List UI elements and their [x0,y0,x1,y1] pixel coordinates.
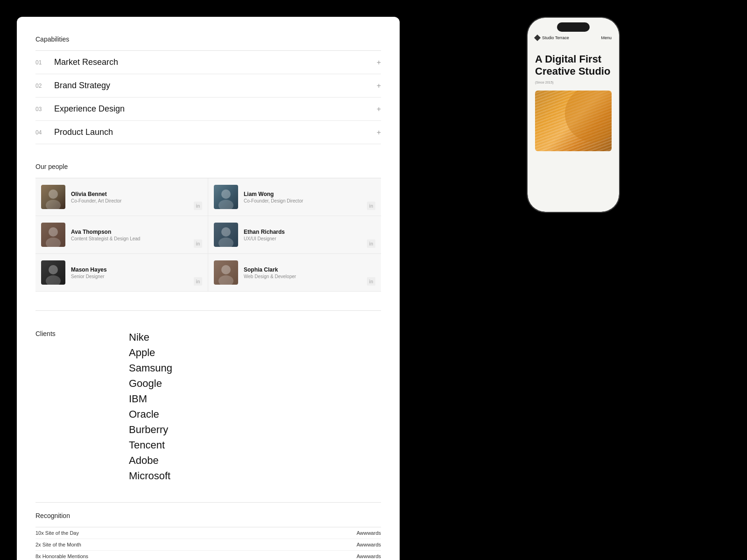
phone-notch [557,22,590,32]
linkedin-icon[interactable]: in [367,202,375,210]
clients-title: Clients [35,330,56,337]
phone-screen: Studio Terrace Menu A Digital First Crea… [528,18,619,212]
linkedin-icon[interactable]: in [194,202,202,210]
client-name[interactable]: Tencent [129,437,381,453]
person-name: Mason Hayes [71,266,202,273]
capabilities-list: 01 Market Research + 02 Brand Strategy +… [35,51,381,144]
recognition-row: 10x Site of the Day Awwwards [35,527,381,539]
phone-hero-image [535,91,612,151]
svg-point-6 [221,227,231,237]
person-info: Mason Hayes Senior Designer [71,266,202,279]
person-role: UX/UI Designer [244,236,375,241]
person-avatar [41,260,65,285]
person-info: Liam Wong Co-Founder, Design Director [244,191,375,203]
person-name: Liam Wong [244,191,375,197]
client-name[interactable]: Apple [129,345,381,360]
capabilities-header: Capabilities [35,35,381,51]
clients-section: Clients NikeAppleSamsungGoogleIBMOracleB… [35,310,381,483]
linkedin-icon[interactable]: in [194,277,202,286]
recognition-label: 2x Site of the Month [35,542,81,547]
recognition-section: Recognition 10x Site of the Day Awwwards… [35,502,381,560]
left-panel: Capabilities 01 Market Research + 02 Bra… [17,17,400,560]
expand-icon[interactable]: + [377,58,381,67]
person-name: Sophia Clark [244,266,375,273]
person-name: Olivia Bennet [71,191,202,197]
phone-content: A Digital First Creative Studio (Since 2… [528,44,619,212]
expand-icon[interactable]: + [377,82,381,90]
recognition-table: 10x Site of the Day Awwwards 2x Site of … [35,527,381,560]
capability-name: Experience Design [54,104,377,114]
phone-mockup: Studio Terrace Menu A Digital First Crea… [527,17,620,213]
phone-logo-text: Studio Terrace [542,35,569,40]
capability-item[interactable]: 03 Experience Design + [35,98,381,121]
person-role: Senior Designer [71,274,202,279]
clients-list: NikeAppleSamsungGoogleIBMOracleBurberryT… [129,329,381,483]
person-info: Olivia Bennet Co-Founder, Art Director [71,191,202,203]
svg-point-4 [49,227,58,237]
person-avatar [214,185,238,209]
person-role: Co-Founder, Art Director [71,198,202,203]
linkedin-icon[interactable]: in [194,239,202,248]
phone-logo: Studio Terrace [535,35,569,40]
recognition-org: Awwwards [357,553,381,559]
recognition-org: Awwwards [357,530,381,536]
capability-name: Brand Strategy [54,81,377,91]
capability-number: 02 [35,83,54,89]
capability-number: 04 [35,129,54,136]
people-header: Our people [35,163,381,178]
recognition-header: Recognition [35,512,381,527]
capability-item[interactable]: 02 Brand Strategy + [35,74,381,98]
linkedin-icon[interactable]: in [367,277,375,286]
person-card[interactable]: Ethan Richards UX/UI Designer in [208,216,381,254]
client-name[interactable]: Oracle [129,406,381,422]
capability-item[interactable]: 01 Market Research + [35,51,381,74]
phone-headline: A Digital First Creative Studio [535,53,612,78]
person-role: Web Design & Developer [244,274,375,279]
client-name[interactable]: Adobe [129,453,381,468]
expand-icon[interactable]: + [377,128,381,137]
person-avatar [214,260,238,285]
expand-icon[interactable]: + [377,105,381,113]
person-card[interactable]: Mason Hayes Senior Designer in [35,254,208,292]
right-panel: Studio Terrace Menu A Digital First Crea… [400,0,747,213]
person-info: Ethan Richards UX/UI Designer [244,229,375,241]
people-section: Our people Olivia Bennet Co-Founder, Art… [35,163,381,292]
people-title: Our people [35,163,68,170]
client-name[interactable]: Burberry [129,422,381,437]
recognition-row: 8x Honorable Mentions Awwwards [35,551,381,560]
phone-since: (Since 2015) [535,81,612,84]
client-name[interactable]: Nike [129,329,381,345]
people-grid: Olivia Bennet Co-Founder, Art Director i… [35,178,381,292]
svg-point-11 [218,275,233,285]
capabilities-section: Capabilities 01 Market Research + 02 Bra… [35,35,381,144]
clients-label-col: Clients [35,329,129,483]
phone-menu-button[interactable]: Menu [601,35,612,40]
svg-point-5 [46,238,61,247]
recognition-row: 2x Site of the Month Awwwards [35,539,381,551]
client-name[interactable]: IBM [129,391,381,406]
recognition-org: Awwwards [357,542,381,547]
person-name: Ava Thompson [71,229,202,235]
capability-number: 01 [35,59,54,66]
person-role: Co-Founder, Design Director [244,198,375,203]
person-card[interactable]: Olivia Bennet Co-Founder, Art Director i… [35,178,208,216]
svg-point-10 [221,265,231,274]
svg-point-3 [218,200,233,209]
svg-point-1 [46,200,61,209]
person-card[interactable]: Ava Thompson Content Strategist & Design… [35,216,208,254]
logo-diamond-icon [534,35,541,41]
client-name[interactable]: Samsung [129,360,381,376]
person-name: Ethan Richards [244,229,375,235]
linkedin-icon[interactable]: in [367,239,375,248]
recognition-label: 10x Site of the Day [35,530,79,536]
svg-point-9 [46,275,61,285]
client-name[interactable]: Microsoft [129,468,381,483]
person-card[interactable]: Sophia Clark Web Design & Developer in [208,254,381,292]
person-info: Sophia Clark Web Design & Developer [244,266,375,279]
person-avatar [214,223,238,247]
svg-point-2 [221,189,231,199]
capability-item[interactable]: 04 Product Launch + [35,121,381,144]
client-name[interactable]: Google [129,376,381,391]
capabilities-title: Capabilities [35,35,69,43]
person-card[interactable]: Liam Wong Co-Founder, Design Director in [208,178,381,216]
